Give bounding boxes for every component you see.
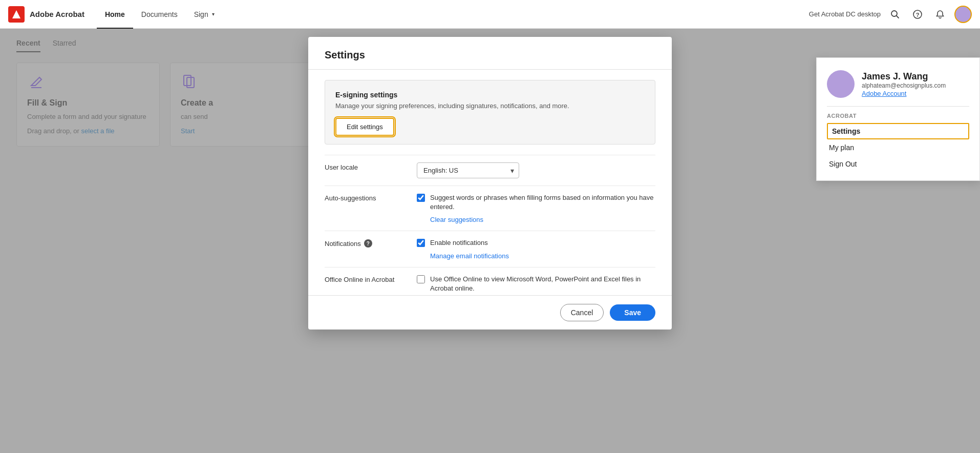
notifications-control: Enable notifications Manage email notifi… xyxy=(417,238,655,259)
nav-item-home[interactable]: Home xyxy=(97,0,133,29)
auto-suggestions-control: Suggest words or phrases when filling fo… xyxy=(417,193,655,223)
get-desktop-label: Get Acrobat DC desktop xyxy=(809,10,881,18)
office-online-control: Use Office Online to view Microsoft Word… xyxy=(417,275,655,295)
locale-dropdown-wrapper: English: US English: UK French German Sp… xyxy=(417,162,519,178)
esign-desc: Manage your signing preferences, includi… xyxy=(335,102,645,110)
notifications-button[interactable] xyxy=(932,6,948,23)
nav-item-sign[interactable]: Sign ▾ xyxy=(186,0,223,29)
office-online-checkbox-row: Use Office Online to view Microsoft Word… xyxy=(417,275,655,293)
chevron-down-icon: ▾ xyxy=(212,11,215,17)
auto-suggestions-label: Auto-suggestions xyxy=(325,193,417,202)
esign-section: E-signing settings Manage your signing p… xyxy=(325,80,655,145)
adobe-icon xyxy=(8,6,25,23)
app-name: Adobe Acrobat xyxy=(30,10,84,18)
user-name: James J. Wang xyxy=(862,71,946,82)
auto-suggestions-row: Auto-suggestions Suggest words or phrase… xyxy=(325,186,655,231)
notifications-label: Notifications ? xyxy=(325,238,417,248)
user-avatar-large xyxy=(827,70,855,98)
user-email: alphateam@echosignplus.com xyxy=(862,82,946,89)
save-button[interactable]: Save xyxy=(610,304,655,321)
main-nav: Home Documents Sign ▾ xyxy=(97,0,223,29)
user-locale-row: User locale English: US English: UK Fren… xyxy=(325,155,655,186)
panel-menu-my-plan[interactable]: My plan xyxy=(827,139,969,156)
dialog-footer: Cancel Save xyxy=(308,295,672,330)
user-avatar[interactable] xyxy=(954,6,972,23)
auto-suggestions-checkbox-label: Suggest words or phrases when filling fo… xyxy=(430,193,655,212)
panel-menu-sign-out[interactable]: Sign Out xyxy=(827,156,969,172)
notifications-help-icon[interactable]: ? xyxy=(364,239,372,248)
dialog-title: Settings xyxy=(325,49,365,60)
main-content: Recent Starred Fill & Sign Complete a fo… xyxy=(0,29,980,453)
office-online-row: Office Online in Acrobat Use Office Onli… xyxy=(325,267,655,295)
dialog-header: Settings xyxy=(308,37,672,70)
adobe-account-link[interactable]: Adobe Account xyxy=(862,90,906,97)
user-dropdown-panel: James J. Wang alphateam@echosignplus.com… xyxy=(816,57,980,181)
dialog-scroll-inner[interactable]: E-signing settings Manage your signing p… xyxy=(308,70,672,295)
manage-email-notifications-link[interactable]: Manage email notifications xyxy=(430,252,655,260)
auto-suggestions-checkbox-row: Suggest words or phrases when filling fo… xyxy=(417,193,655,212)
dialog-scroll-area: E-signing settings Manage your signing p… xyxy=(308,70,672,295)
user-locale-control: English: US English: UK French German Sp… xyxy=(417,162,655,178)
panel-menu-settings[interactable]: Settings xyxy=(827,123,969,139)
user-info-section: James J. Wang alphateam@echosignplus.com… xyxy=(827,70,969,98)
office-online-label: Office Online in Acrobat xyxy=(325,275,417,283)
help-button[interactable]: ? xyxy=(909,6,926,23)
edit-settings-button[interactable]: Edit settings xyxy=(335,118,394,136)
office-online-checkbox-label: Use Office Online to view Microsoft Word… xyxy=(430,275,655,293)
cancel-button[interactable]: Cancel xyxy=(560,304,604,321)
clear-suggestions-link[interactable]: Clear suggestions xyxy=(430,216,655,223)
locale-dropdown[interactable]: English: US English: UK French German Sp… xyxy=(417,162,519,178)
navbar: Adobe Acrobat Home Documents Sign ▾ Get … xyxy=(0,0,980,29)
esign-title: E-signing settings xyxy=(335,91,645,99)
notifications-checkbox[interactable] xyxy=(417,239,425,247)
user-locale-label: User locale xyxy=(325,162,417,171)
panel-divider xyxy=(827,106,969,107)
svg-marker-0 xyxy=(12,10,20,18)
svg-line-2 xyxy=(897,15,899,17)
search-button[interactable] xyxy=(887,6,903,23)
svg-text:?: ? xyxy=(916,11,920,17)
notifications-checkbox-label: Enable notifications xyxy=(430,238,488,248)
user-details: James J. Wang alphateam@echosignplus.com… xyxy=(862,71,946,97)
settings-dialog: Settings E-signing settings Manage your … xyxy=(308,37,672,330)
app-logo[interactable]: Adobe Acrobat xyxy=(8,6,84,23)
auto-suggestions-checkbox[interactable] xyxy=(417,194,425,202)
acrobat-section-title: ACROBAT xyxy=(827,113,969,119)
nav-item-documents[interactable]: Documents xyxy=(133,0,186,29)
notifications-row: Notifications ? Enable notifications Man… xyxy=(325,231,655,266)
notifications-checkbox-row: Enable notifications xyxy=(417,238,655,248)
office-online-checkbox[interactable] xyxy=(417,275,425,283)
navbar-right: Get Acrobat DC desktop ? xyxy=(809,6,972,23)
dialog-body: E-signing settings Manage your signing p… xyxy=(308,70,672,295)
